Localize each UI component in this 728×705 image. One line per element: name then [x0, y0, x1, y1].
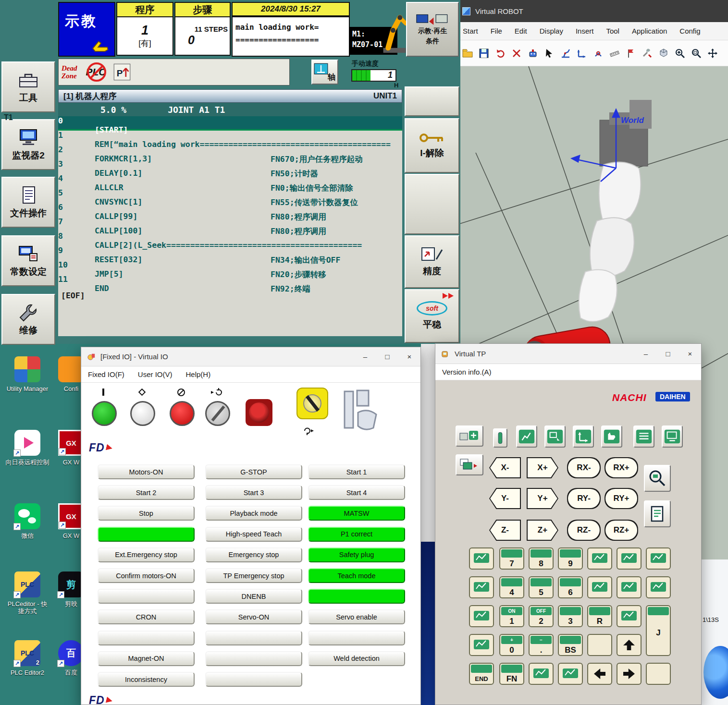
program-line-0[interactable]: 0[START] — [58, 116, 402, 131]
io-button-blank[interactable] — [98, 527, 195, 542]
coord-icon[interactable] — [587, 547, 612, 570]
io-button-blank[interactable] — [205, 651, 302, 666]
white-pushbutton-body[interactable] — [130, 401, 155, 426]
pan-icon[interactable] — [705, 47, 720, 60]
io-button-start-2[interactable]: Start 2 — [98, 485, 195, 500]
minimize-button[interactable]: – — [635, 344, 657, 364]
jog-joint-icon[interactable] — [558, 47, 573, 60]
maximize-button[interactable]: □ — [376, 347, 398, 366]
menu-start[interactable]: Start — [457, 27, 484, 35]
program-line-11[interactable]: 11ENDFN92;终端 — [58, 275, 402, 289]
fixed-io-titlebar[interactable]: [Fixed IO] - Virtual IO – □ × — [81, 347, 420, 366]
cut-icon[interactable] — [509, 47, 524, 60]
axis-key-ryplus[interactable]: RY+ — [605, 488, 638, 509]
select-icon[interactable] — [542, 47, 556, 60]
window-icon[interactable] — [646, 576, 671, 598]
io-button-dnenb[interactable]: DNENB — [205, 589, 302, 604]
document-robot-button[interactable] — [644, 500, 671, 527]
sidebar-item-file-operations[interactable]: 文件操作 — [1, 177, 55, 228]
traj-icon[interactable] — [469, 634, 494, 656]
key-j[interactable]: J — [646, 605, 671, 656]
sidebar-item-constants[interactable]: 常数设定 — [1, 235, 55, 286]
zoom-window-icon[interactable] — [689, 47, 703, 60]
io-button-start-1[interactable]: Start 1 — [308, 464, 405, 479]
mode-rotary-switch[interactable] — [296, 388, 343, 440]
emergency-stop-button-body[interactable] — [246, 399, 272, 426]
io-button-start-3[interactable]: Start 3 — [205, 485, 302, 500]
key-8[interactable]: 8 — [529, 547, 554, 570]
io-button-high-speed-teach[interactable]: High-speed Teach — [205, 527, 302, 542]
io-button-matsw[interactable]: MATSW — [308, 506, 405, 521]
view-cube-icon[interactable] — [656, 47, 671, 60]
program-line-2[interactable]: 2FORKMCR[1,3]FN670;用户任务程序起动 — [58, 145, 402, 159]
desktop-icon-sunflower-remote[interactable]: ↗向日葵远程控制 — [5, 430, 49, 466]
grip-switch-image[interactable] — [339, 388, 385, 440]
key-5[interactable]: 5 — [529, 576, 554, 598]
precision-button[interactable]: 精度 — [405, 235, 459, 288]
axis-key-yplus[interactable]: Y+ — [527, 488, 558, 509]
io-button-blank[interactable] — [205, 631, 302, 645]
io-button-cron[interactable]: CRON — [98, 609, 195, 624]
sidebar-item-tools[interactable]: 工具 — [1, 61, 55, 112]
desktop-icon-plc-editor2[interactable]: PLC2↗PLC Editor2 — [5, 640, 49, 676]
desktop-icon-plc-editor-shortcut[interactable]: PLC↗PLCeditor - 快捷方式 — [5, 571, 49, 615]
axis-key-zplus[interactable]: Z+ — [527, 520, 558, 541]
teach-mode-button[interactable]: 示教 — [58, 2, 115, 57]
unit-icon[interactable] — [646, 547, 671, 570]
emergency-stop-button[interactable] — [246, 388, 292, 440]
key-1[interactable]: ON1 — [499, 605, 524, 627]
io-button-servo-enable[interactable]: Servo enable — [308, 609, 405, 624]
menu-tool[interactable]: Tool — [600, 27, 626, 35]
axis-key-ryminus[interactable]: RY- — [567, 488, 601, 509]
io-button-tp-emergency-stop[interactable]: TP Emergency stop — [205, 568, 302, 583]
grip-switch-image-body[interactable] — [339, 388, 385, 436]
key-2[interactable]: OFF2 — [529, 605, 554, 627]
tp-func-hand-guide-button[interactable] — [601, 425, 622, 448]
selector-switch-body[interactable] — [205, 401, 230, 426]
io-menu-0[interactable]: Fixed IO(F) — [88, 370, 124, 378]
io-button-blank[interactable] — [205, 672, 302, 687]
tp-func-monitor-button[interactable] — [662, 425, 683, 448]
program-listing[interactable]: 0[START]1REM[“main loading work=========… — [58, 116, 402, 336]
io-button-emergency-stop[interactable]: Emergency stop — [205, 547, 302, 562]
graph-icon[interactable] — [469, 605, 494, 627]
axis-select-button[interactable]: 轴 — [311, 60, 338, 85]
desktop-icon-utility-manager[interactable]: Utility Manager — [5, 356, 49, 392]
program-line-4[interactable]: 4ALLCLRFN0;输出信号全部清除 — [58, 174, 402, 188]
key-9[interactable]: 9 — [558, 547, 583, 570]
io-button-g-stop[interactable]: G-STOP — [205, 464, 302, 479]
key-3[interactable]: 3 — [558, 605, 583, 627]
menu-insert[interactable]: Insert — [569, 27, 600, 35]
undo-icon[interactable] — [493, 47, 507, 60]
io-button-blank[interactable] — [308, 589, 405, 604]
tp-func-io-list-button[interactable] — [633, 425, 654, 448]
io-button-blank[interactable] — [308, 631, 405, 645]
io-button-blank[interactable] — [98, 589, 195, 604]
interp-icon[interactable] — [587, 576, 612, 598]
teach-playback-condition-button[interactable]: 示教·再生 条件 — [406, 2, 459, 57]
io-button-inconsistency[interactable]: Inconsistency — [98, 672, 195, 687]
program-line-3[interactable]: 3DELAY[0.1]FN50;计时器 — [58, 159, 402, 174]
program-line-5[interactable]: 5CNVSYNC[1]FN55;传送带计数器复位 — [58, 188, 402, 203]
tools-icon[interactable] — [640, 47, 654, 60]
mode-rotary-switch-body[interactable] — [296, 388, 328, 419]
menu-application[interactable]: Application — [626, 27, 673, 35]
selector-switch[interactable] — [205, 388, 251, 440]
sidebar-item-monitor2[interactable]: 监视器2 — [1, 119, 55, 170]
screen-copy-button[interactable] — [456, 454, 483, 475]
axis-key-rxminus[interactable]: RX- — [567, 457, 601, 478]
ink-icon[interactable] — [617, 605, 642, 627]
program-line-8[interactable]: 8CALLP[2](L_Seek========================… — [58, 231, 402, 246]
io-button-ext-emergency-stop[interactable]: Ext.Emergency stop — [98, 547, 195, 562]
open-icon[interactable] — [460, 47, 475, 60]
io-button-weld-detection[interactable]: Weld detection — [308, 651, 405, 666]
key-end[interactable]: END — [469, 663, 494, 685]
menu-file[interactable]: File — [484, 27, 508, 35]
program-line-1[interactable]: 1REM[“main loading work=================… — [58, 131, 402, 145]
tp-func-screen-select-button[interactable] — [544, 425, 566, 448]
io-button-servo-on[interactable]: Servo-ON — [205, 609, 302, 624]
key-bs[interactable]: BS — [558, 634, 583, 656]
minimize-button[interactable]: – — [354, 347, 376, 366]
key-7[interactable]: 7 — [499, 547, 524, 570]
enable-button[interactable] — [493, 428, 507, 448]
